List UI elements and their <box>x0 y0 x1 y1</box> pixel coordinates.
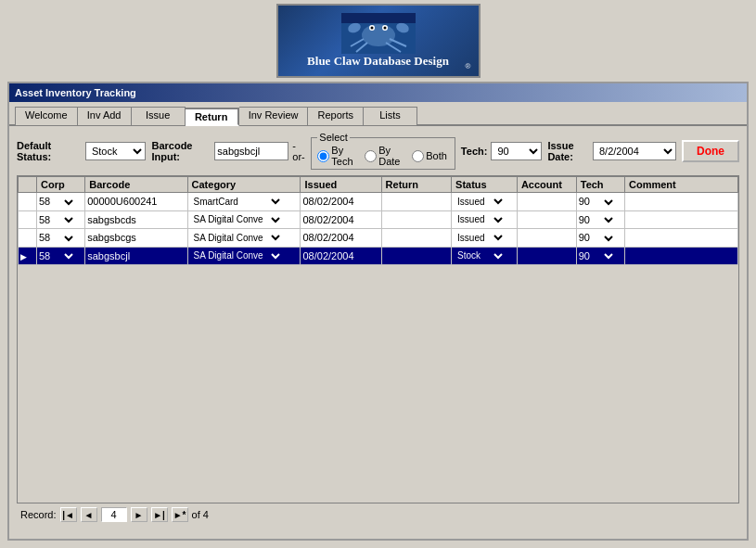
tech-cell-input[interactable] <box>579 194 601 209</box>
issued-cell <box>301 210 381 229</box>
col-header-issued: Issued <box>301 177 381 193</box>
corp-select[interactable]: ▼ <box>61 195 76 210</box>
barcode-cell <box>85 229 187 248</box>
account-input[interactable] <box>519 230 566 245</box>
radio-by-tech[interactable]: By Tech <box>317 145 361 167</box>
issued-cell <box>301 229 381 248</box>
corp-input[interactable] <box>39 249 61 263</box>
window-title: Asset Inventory Tracking <box>15 87 136 98</box>
default-status-select[interactable]: Stock Issued Returned <box>85 142 146 160</box>
barcode-input[interactable] <box>214 142 288 160</box>
tech-cell-input[interactable] <box>579 249 601 263</box>
tech-cell: ▼ <box>576 229 624 248</box>
return-input[interactable] <box>384 194 440 209</box>
barcode-cell <box>85 193 187 211</box>
corp-select[interactable]: ▼ <box>61 212 76 227</box>
category-select[interactable]: SmartCard <box>190 194 283 209</box>
comment-input[interactable] <box>627 230 720 245</box>
row-arrow: ▶ <box>20 252 27 261</box>
category-cell: SmartCard <box>187 193 301 211</box>
category-select[interactable]: SA Digital Conve <box>190 212 283 227</box>
corp-input[interactable] <box>39 230 61 245</box>
done-button[interactable]: Done <box>682 140 739 162</box>
tab-bar: Welcome Inv Add Issue Return Inv Review … <box>9 102 747 126</box>
tab-reports[interactable]: Reports <box>308 107 364 125</box>
account-input[interactable] <box>519 194 566 209</box>
issue-date-select[interactable]: 8/2/2004 <box>593 142 676 160</box>
category-cell: SA Digital Conve <box>187 247 301 265</box>
comment-input[interactable] <box>627 249 720 263</box>
status-select[interactable]: Stock <box>454 249 506 263</box>
tech-cell: ▼ <box>576 247 624 265</box>
window-titlebar: Asset Inventory Tracking <box>9 83 747 102</box>
row-selector-cell <box>19 193 37 211</box>
corp-input[interactable] <box>39 212 61 227</box>
logo: Blue Claw Database Design ® <box>276 4 481 78</box>
row-selector-cell <box>19 210 37 229</box>
return-input[interactable] <box>384 212 440 227</box>
status-select[interactable]: Issued <box>454 194 506 209</box>
record-current-input[interactable] <box>101 507 127 522</box>
tech-cell-input[interactable] <box>579 230 601 245</box>
comment-input[interactable] <box>627 212 720 227</box>
status-select[interactable]: Issued <box>454 212 506 227</box>
tab-welcome[interactable]: Welcome <box>15 107 78 125</box>
nav-next-button[interactable]: ► <box>131 507 147 522</box>
category-select[interactable]: SA Digital Conve <box>190 249 283 263</box>
table-wrapper: Corp Barcode Category Issued Return Stat… <box>17 175 739 503</box>
barcode-cell-input[interactable] <box>87 249 171 263</box>
tech-select[interactable]: 90 85 100 <box>491 142 542 160</box>
tech-cell-select[interactable]: ▼ <box>601 195 616 210</box>
status-cell: Stock <box>452 247 518 265</box>
controls-row1: Default Status: Stock Issued Returned Ba… <box>17 132 739 170</box>
data-table: Corp Barcode Category Issued Return Stat… <box>18 176 738 265</box>
return-input[interactable] <box>384 230 440 245</box>
status-select[interactable]: Issued <box>454 230 506 245</box>
return-cell <box>381 247 451 265</box>
tab-lists[interactable]: Lists <box>364 107 417 125</box>
account-input[interactable] <box>519 212 566 227</box>
tab-return[interactable]: Return <box>186 108 239 126</box>
issued-input[interactable] <box>302 194 367 209</box>
col-header-corp: Corp <box>37 177 85 193</box>
tech-cell: ▼ <box>576 210 624 229</box>
tab-inv-add[interactable]: Inv Add <box>78 107 132 125</box>
tab-issue[interactable]: Issue <box>132 107 186 125</box>
tech-cell-input[interactable] <box>579 212 601 227</box>
corp-select[interactable]: ▼ <box>61 231 76 246</box>
tab-inv-review[interactable]: Inv Review <box>239 107 309 125</box>
comment-cell <box>624 229 737 248</box>
nav-prev-button[interactable]: ◄ <box>81 507 97 522</box>
nav-new-button[interactable]: ►* <box>172 507 188 522</box>
col-header-account: Account <box>517 177 576 193</box>
barcode-label: Barcode Input: <box>151 140 211 162</box>
comment-cell <box>624 247 737 265</box>
corp-select[interactable]: ▼ <box>61 249 76 263</box>
radio-by-date[interactable]: By Date <box>365 145 408 167</box>
barcode-cell <box>85 210 187 229</box>
issue-date-label: Issue Date: <box>547 140 589 162</box>
logo-text: Blue Claw Database Design <box>307 54 449 70</box>
account-input[interactable] <box>519 249 566 263</box>
issued-input[interactable] <box>302 212 367 227</box>
nav-last-button[interactable]: ►| <box>151 507 168 522</box>
tech-cell-select[interactable]: ▼ <box>601 212 616 227</box>
issued-input[interactable] <box>302 230 367 245</box>
issued-cell <box>301 193 381 211</box>
tech-cell-select[interactable]: ▼ <box>601 249 616 263</box>
comment-cell <box>624 193 737 211</box>
return-input[interactable] <box>384 249 440 263</box>
corp-input[interactable] <box>39 194 61 209</box>
tech-cell-select[interactable]: ▼ <box>601 231 616 246</box>
radio-both[interactable]: Both <box>412 150 447 162</box>
col-header-status: Status <box>452 177 518 193</box>
category-select[interactable]: SA Digital Conve <box>190 230 283 245</box>
category-cell: SA Digital Conve <box>187 210 301 229</box>
nav-first-button[interactable]: |◄ <box>60 507 77 522</box>
barcode-cell-input[interactable] <box>87 194 171 209</box>
issued-input[interactable] <box>302 249 367 263</box>
barcode-cell-input[interactable] <box>87 212 171 227</box>
barcode-cell-input[interactable] <box>87 230 171 245</box>
table-scroll[interactable]: Corp Barcode Category Issued Return Stat… <box>18 176 738 503</box>
comment-input[interactable] <box>627 194 720 209</box>
